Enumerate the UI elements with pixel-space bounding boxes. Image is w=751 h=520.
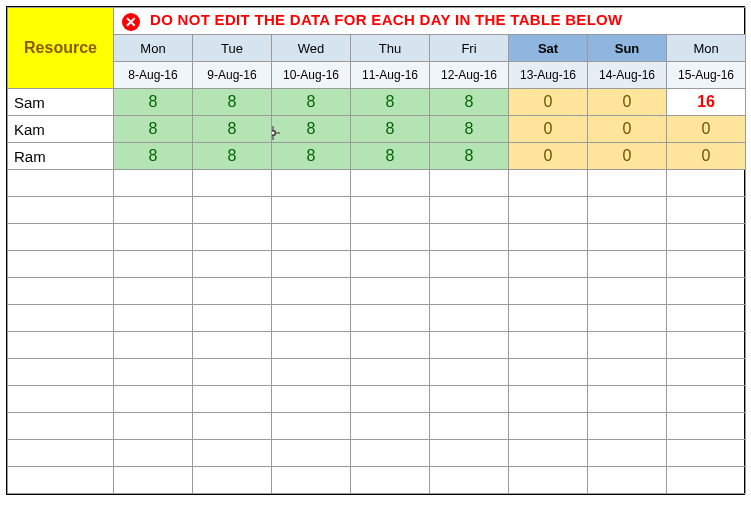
value-cell[interactable]: 8 [430,116,509,143]
value-cell[interactable]: 8 [430,89,509,116]
value-cell[interactable] [351,278,430,305]
value-cell[interactable] [351,413,430,440]
value-cell[interactable] [351,224,430,251]
value-cell[interactable] [193,305,272,332]
value-cell[interactable] [430,332,509,359]
value-cell[interactable]: 8 [272,89,351,116]
value-cell[interactable]: 8 [193,143,272,170]
value-cell[interactable]: 0 [667,116,746,143]
value-cell[interactable] [509,278,588,305]
value-cell[interactable] [272,170,351,197]
value-cell[interactable] [509,251,588,278]
resource-name-cell[interactable] [8,170,114,197]
value-cell[interactable] [272,332,351,359]
value-cell[interactable] [114,359,193,386]
value-cell[interactable] [509,440,588,467]
value-cell[interactable] [667,197,746,224]
value-cell[interactable]: 0 [509,89,588,116]
value-cell[interactable] [588,170,667,197]
value-cell[interactable] [114,278,193,305]
value-cell[interactable] [114,305,193,332]
value-cell[interactable] [272,251,351,278]
value-cell[interactable] [430,413,509,440]
value-cell[interactable] [351,197,430,224]
value-cell[interactable] [272,359,351,386]
value-cell[interactable]: 8 [351,116,430,143]
value-cell[interactable] [588,386,667,413]
resource-name-cell[interactable] [8,224,114,251]
value-cell[interactable] [430,359,509,386]
value-cell[interactable] [430,170,509,197]
value-cell[interactable] [430,197,509,224]
value-cell[interactable] [114,224,193,251]
value-cell[interactable]: 8 [114,89,193,116]
resource-name-cell[interactable] [8,359,114,386]
value-cell[interactable] [193,170,272,197]
value-cell[interactable] [272,305,351,332]
value-cell[interactable] [272,197,351,224]
value-cell[interactable] [588,332,667,359]
value-cell[interactable]: 0 [588,116,667,143]
value-cell[interactable] [193,440,272,467]
resource-name-cell[interactable] [8,278,114,305]
value-cell[interactable] [588,467,667,494]
resource-name-cell[interactable] [8,251,114,278]
value-cell[interactable] [430,440,509,467]
value-cell[interactable] [667,386,746,413]
value-cell[interactable] [351,386,430,413]
resource-name-cell[interactable] [8,467,114,494]
value-cell[interactable]: 8 [193,116,272,143]
value-cell[interactable] [272,278,351,305]
value-cell[interactable]: 8 [351,89,430,116]
value-cell[interactable] [667,170,746,197]
value-cell[interactable] [667,224,746,251]
resource-name-cell[interactable] [8,305,114,332]
value-cell[interactable] [509,386,588,413]
value-cell[interactable] [193,467,272,494]
value-cell[interactable] [509,305,588,332]
value-cell[interactable] [351,467,430,494]
value-cell[interactable] [667,413,746,440]
value-cell[interactable] [509,224,588,251]
value-cell[interactable] [193,386,272,413]
value-cell[interactable]: 8 [193,89,272,116]
value-cell[interactable] [351,251,430,278]
value-cell[interactable] [272,413,351,440]
value-cell[interactable] [114,170,193,197]
value-cell[interactable] [588,413,667,440]
value-cell[interactable] [667,251,746,278]
value-cell[interactable]: 16 [667,89,746,116]
resource-name-cell[interactable] [8,413,114,440]
value-cell[interactable] [509,170,588,197]
value-cell[interactable]: 0 [667,143,746,170]
value-cell[interactable]: 0 [588,89,667,116]
value-cell[interactable] [272,467,351,494]
value-cell[interactable] [193,359,272,386]
value-cell[interactable] [588,440,667,467]
value-cell[interactable] [509,359,588,386]
value-cell[interactable]: 8 [351,143,430,170]
value-cell[interactable] [509,467,588,494]
resource-name-cell[interactable] [8,197,114,224]
value-cell[interactable]: 0 [509,143,588,170]
value-cell[interactable] [351,332,430,359]
value-cell[interactable] [351,440,430,467]
value-cell[interactable] [430,305,509,332]
value-cell[interactable] [430,251,509,278]
value-cell[interactable] [114,332,193,359]
value-cell[interactable] [430,224,509,251]
value-cell[interactable]: 0 [588,143,667,170]
value-cell[interactable] [667,359,746,386]
value-cell[interactable] [193,332,272,359]
value-cell[interactable] [351,170,430,197]
value-cell[interactable] [588,197,667,224]
value-cell[interactable]: 8 [114,143,193,170]
value-cell[interactable]: 8 [272,143,351,170]
value-cell[interactable]: 0 [509,116,588,143]
value-cell[interactable] [114,197,193,224]
value-cell[interactable] [430,386,509,413]
resource-name-cell[interactable]: Kam [8,116,114,143]
value-cell[interactable] [193,197,272,224]
value-cell[interactable] [588,224,667,251]
value-cell[interactable] [588,305,667,332]
